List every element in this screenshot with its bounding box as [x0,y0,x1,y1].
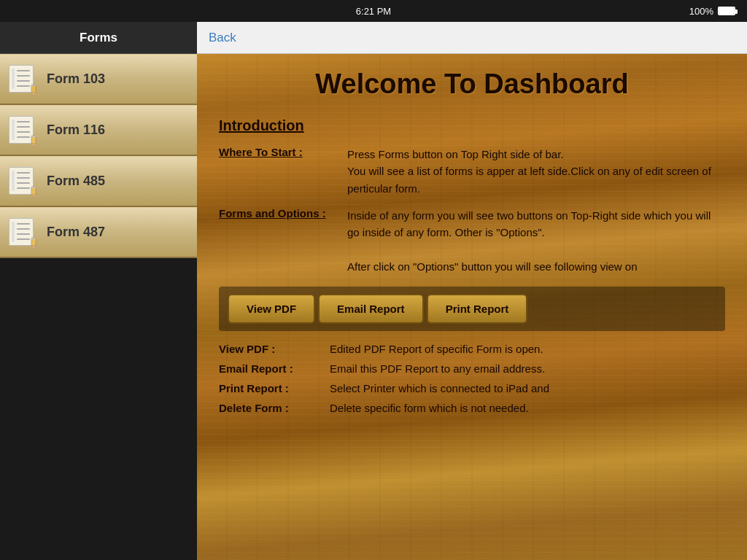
where-to-start-text: Press Forms button on Top Right side of … [347,146,725,197]
battery-icon [718,7,735,15]
desc-val-view-pdf: Edited PDF Report of specific Form is op… [330,343,543,355]
desc-val-delete-form: Delete specific form which is not needed… [330,402,529,414]
desc-row-print-report: Print Report : Select Printer which is c… [219,382,725,394]
sidebar-item-form-485[interactable]: Form 485 [0,156,197,207]
sidebar-item-label-487: Form 487 [47,225,105,240]
dashboard-title: Welcome To Dashboard [219,69,725,100]
svg-rect-15 [33,246,34,248]
status-bar-time: 6:21 PM [356,6,391,17]
options-bar: View PDF Email Report Print Report [219,287,725,331]
wood-content: Welcome To Dashboard Introduction Where … [197,54,747,560]
desc-val-print-report: Select Printer which is connected to iPa… [330,382,549,394]
desc-key-view-pdf: View PDF : [219,343,321,355]
pencil-icon-487 [29,237,41,249]
svg-marker-2 [33,95,34,96]
status-bar-right: 100% [689,6,735,17]
sidebar-item-label-116: Form 116 [47,122,105,138]
svg-rect-17 [31,238,36,239]
desc-key-print-report: Print Report : [219,382,321,394]
svg-rect-13 [31,187,36,188]
desc-val-email-report: Email this PDF Report to any email addre… [330,362,545,375]
pencil-icon-116 [29,135,41,147]
sidebar-header: Forms [0,22,197,54]
sidebar-item-form-487[interactable]: Form 487 [0,207,197,258]
svg-marker-12 [33,197,34,198]
desc-key-delete-form: Delete Form : [219,402,321,414]
desc-row-view-pdf: View PDF : Edited PDF Report of specific… [219,343,725,355]
intro-heading: Introduction [219,117,725,134]
sidebar-title: Forms [80,31,117,45]
print-report-button[interactable]: Print Report [427,294,528,324]
email-report-button[interactable]: Email Report [318,294,424,324]
svg-rect-11 [33,195,34,197]
sidebar-item-form-103[interactable]: Form 103 [0,54,197,105]
desc-row-email-report: Email Report : Email this PDF Report to … [219,362,725,375]
back-button[interactable]: Back [209,31,236,45]
svg-marker-8 [33,146,34,147]
battery-fill [719,8,734,14]
where-to-start-label: Where To Start : [219,146,336,158]
notebook-icon [9,65,38,94]
svg-rect-1 [33,93,34,95]
desc-key-email-report: Email Report : [219,362,321,375]
main-content: Back Welcome To Dashboard Introduction W… [197,22,747,560]
svg-marker-16 [33,248,34,249]
pencil-icon [29,84,41,96]
nav-bar: Back [197,22,747,54]
sidebar-item-form-116[interactable]: Form 116 [0,105,197,156]
notebook-icon-487 [9,218,38,247]
battery-percent: 100% [689,6,713,17]
description-table: View PDF : Edited PDF Report of specific… [219,343,725,414]
intro-row-forms-options: Forms and Options : Inside of any form y… [219,207,725,275]
forms-options-text: Inside of any form you will see two butt… [347,207,725,275]
sidebar-item-label-103: Form 103 [47,71,105,87]
intro-section: Introduction Where To Start : Press Form… [219,117,725,275]
svg-rect-9 [31,136,36,137]
status-bar: 6:21 PM 100% [0,0,747,22]
view-pdf-button[interactable]: View PDF [228,294,315,324]
notebook-icon-116 [9,116,38,145]
sidebar-item-label-485: Form 485 [47,174,105,189]
intro-row-where-to-start: Where To Start : Press Forms button on T… [219,146,725,197]
desc-row-delete-form: Delete Form : Delete specific form which… [219,402,725,414]
sidebar: Forms Form 103 [0,22,197,560]
pencil-icon-485 [29,186,41,198]
svg-rect-7 [33,144,34,146]
notebook-icon-485 [9,167,38,196]
forms-options-label: Forms and Options : [219,207,336,219]
